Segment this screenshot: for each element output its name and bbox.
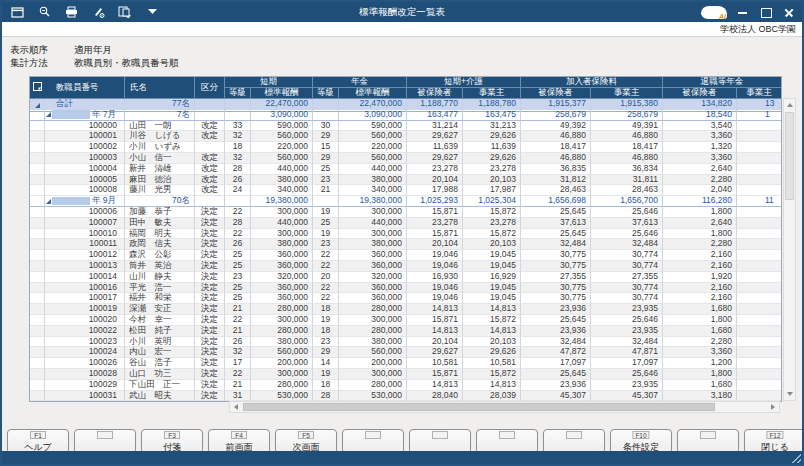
std-tanki: 280,000 [251,326,313,337]
indicator [30,239,45,250]
fkey-number: F3 [164,431,180,439]
tk-jigyonushi: 16,929 [463,272,521,283]
tk-jigyonushi: 14,813 [463,326,521,337]
employee-name: 松田 純子 [125,326,195,337]
maximize-button[interactable] [759,5,773,19]
close-button[interactable] [782,5,796,19]
employee-row[interactable]: 100031武山 昭夫決定31530,00028530,00028,04028,… [30,391,781,402]
status-bar [2,451,802,464]
grade-nenkin: 18 [313,380,339,391]
print-icon[interactable] [64,5,78,19]
ta-jigyonushi-clipped [737,369,781,380]
kubun: 決定 [195,272,225,283]
cell-cursor-highlight [52,197,90,206]
display-order-label: 表示順序 [10,43,74,56]
ka-jigyonushi: 36,834 [591,164,663,175]
employee-row[interactable]: 100029下山田 正一決定21280,00018280,00014,81314… [30,380,781,391]
employee-row[interactable]: 100014山川 静夫決定23320,00020320,00016,93016,… [30,272,781,283]
ta-jigyonushi-clipped [737,358,781,369]
ta-jigyonushi-clipped [737,326,781,337]
ta-jigyonushi-clipped [737,337,781,348]
month-subtotal-row[interactable]: 年 7月7名3,090,0003,090,000163,477163,47525… [30,110,781,121]
scroll-up-arrow-icon[interactable] [784,99,795,111]
pen-icon[interactable] [91,5,105,19]
tk-jigyonushi: 14,813 [463,380,521,391]
horizontal-scrollbar[interactable] [229,401,780,413]
ta-jigyonushi-clipped: 1 [737,110,781,121]
column-header-name: 氏名 [125,77,195,99]
ta-hihokensha: 2,640 [663,218,737,229]
grade-tanki: 24 [225,185,251,196]
dropdown-caret-icon[interactable] [145,5,159,19]
scroll-right-arrow-icon[interactable] [767,402,779,412]
ta-jigyonushi-clipped [737,239,781,250]
memo-window-icon[interactable] [118,5,132,19]
tk-jigyonushi: 23,278 [463,218,521,229]
expand-triangle-icon[interactable] [46,112,51,117]
tk-hihokensha: 163,477 [407,110,463,121]
horizontal-scrollbar-thumb[interactable] [243,403,715,411]
scroll-left-arrow-icon[interactable] [230,402,242,412]
scroll-down-arrow-icon[interactable] [784,388,795,400]
indicator [30,142,45,153]
minimize-button[interactable] [736,5,750,19]
std-tanki: 440,000 [251,218,313,229]
ka-hihokensha: 258,679 [521,110,591,121]
page-title: 標準報酬改定一覧表 [359,2,445,22]
indent [30,196,45,207]
vertical-scrollbar-thumb[interactable] [785,112,794,200]
expand-triangle-icon[interactable] [46,199,51,204]
fkey-number [365,431,381,439]
ka-jigyonushi: 27,355 [591,272,663,283]
employee-id: 100029 [45,380,125,391]
employee-row[interactable]: 100007田中 敏夫決定28440,00025440,00023,27823,… [30,218,781,229]
employee-row[interactable]: 100022松田 純子決定21280,00018280,00014,81314,… [30,326,781,337]
fkey-number [700,431,716,439]
employee-name: 田中 敏夫 [125,218,195,229]
ta-jigyonushi-clipped [737,142,781,153]
indicator [30,391,45,402]
column-header-kubun: 区分 [195,77,225,99]
ta-hihokensha: 1,680 [663,326,737,337]
sticky-note-icon [33,82,42,93]
ka-jigyonushi: 45,307 [591,391,663,402]
aggregation-value: 教職員別・教職員番号順 [74,56,179,69]
indicator [30,153,45,164]
ta-hihokensha: 1,680 [663,380,737,391]
aggregation-label: 集計方法 [10,56,74,69]
grade-tanki: 28 [225,218,251,229]
window-icon[interactable] [10,5,24,19]
resize-grip[interactable] [790,452,801,463]
expand-triangle-icon[interactable] [35,103,40,108]
group-header-nenkin: 年金 [313,77,407,88]
fkey-number: F10 [632,431,649,439]
vertical-scrollbar[interactable] [783,98,796,401]
ka-hihokensha: 23,936 [521,326,591,337]
indicator [30,369,45,380]
grade-tanki: 28 [225,164,251,175]
subcol-ta-jigyonushi: 事業主 [737,88,781,99]
total-row[interactable]: 合計77名22,470,00022,470,0001,188,7701,188,… [30,99,781,110]
fkey-number [97,431,113,439]
ka-hihokensha: 23,936 [521,380,591,391]
grade-tanki: 21 [225,326,251,337]
ta-jigyonushi-clipped [737,218,781,229]
employee-row[interactable]: 100004新井 清雄改定28440,00025440,00023,27823,… [30,164,781,175]
kubun: 決定 [195,218,225,229]
indicator [30,326,45,337]
ka-jigyonushi: 258,679 [591,110,663,121]
indicator [30,207,45,218]
tk-jigyonushi: 28,039 [463,391,521,402]
zoom-search-icon[interactable] [37,5,51,19]
grade-nenkin: 25 [313,164,339,175]
grade-tanki: 31 [225,391,251,402]
ta-jigyonushi-clipped: 11 [737,196,781,207]
obc-ai-mascot-icon[interactable]: AI [701,6,727,19]
employee-id: 100031 [45,391,125,402]
std-nenkin: 280,000 [339,380,407,391]
employee-row[interactable]: 100008藤川 光男改定24340,00021340,00017,98817,… [30,185,781,196]
kubun: 決定 [195,391,225,402]
grade-tanki [225,110,251,121]
kubun: 改定 [195,164,225,175]
ta-hihokensha: 2,640 [663,164,737,175]
